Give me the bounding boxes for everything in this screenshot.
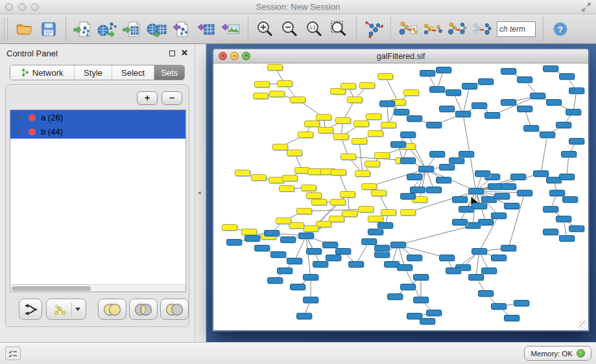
graph-node[interactable] <box>335 248 351 255</box>
set-row-a[interactable]: a (26) <box>10 110 185 124</box>
graph-node[interactable] <box>381 122 396 128</box>
graph-node[interactable] <box>359 82 375 89</box>
graph-node[interactable] <box>455 111 471 117</box>
save-session-button[interactable] <box>36 17 61 41</box>
graph-node[interactable] <box>569 138 584 144</box>
graph-node[interactable] <box>335 117 351 124</box>
graph-node[interactable] <box>277 267 292 274</box>
graph-node[interactable] <box>400 284 416 290</box>
graph-node[interactable] <box>533 170 549 177</box>
graph-node[interactable] <box>322 242 338 248</box>
graph-node[interactable] <box>407 255 422 261</box>
graph-node[interactable] <box>471 102 487 109</box>
tab-select[interactable]: Select <box>112 65 155 80</box>
graph-node[interactable] <box>270 251 286 258</box>
graph-node[interactable] <box>478 290 494 297</box>
graph-node[interactable] <box>468 274 484 280</box>
graph-node[interactable] <box>298 233 314 239</box>
graph-node[interactable] <box>326 255 341 261</box>
intersect-sets-button[interactable] <box>129 299 158 320</box>
network-window-titlebar[interactable]: × − + galFiltered.sif <box>213 49 588 63</box>
graph-node[interactable] <box>374 245 390 251</box>
split-set-button[interactable] <box>19 299 42 320</box>
network-canvas[interactable] <box>213 63 588 330</box>
graph-node[interactable] <box>429 151 445 157</box>
select-nodes-button[interactable] <box>445 17 470 41</box>
memory-status-button[interactable]: Memory: OK <box>524 346 591 361</box>
graph-node[interactable] <box>276 218 291 224</box>
graph-node[interactable] <box>358 206 374 212</box>
tab-style[interactable]: Style <box>75 65 112 80</box>
graph-node[interactable] <box>407 115 422 122</box>
horizontal-scrollbar[interactable] <box>10 284 185 291</box>
graph-node[interactable] <box>340 191 355 198</box>
graph-node[interactable] <box>387 293 403 300</box>
export-table-button[interactable] <box>194 17 219 41</box>
graph-node[interactable] <box>501 245 516 251</box>
graph-node[interactable] <box>340 154 356 160</box>
graph-node[interactable] <box>287 258 302 264</box>
graph-node[interactable] <box>400 193 416 199</box>
graph-node[interactable] <box>410 187 425 193</box>
graph-node[interactable] <box>253 93 268 99</box>
graph-node[interactable] <box>403 89 419 96</box>
graph-node[interactable] <box>407 174 422 180</box>
graph-node[interactable] <box>543 229 558 235</box>
scrollbar-thumb[interactable] <box>12 286 91 291</box>
graph-node[interactable] <box>304 120 320 127</box>
union-sets-button[interactable] <box>98 299 126 320</box>
graph-node[interactable] <box>352 138 367 144</box>
graph-node[interactable] <box>282 175 298 181</box>
graph-node[interactable] <box>226 239 242 245</box>
graph-node[interactable] <box>368 130 383 137</box>
graph-node[interactable] <box>491 303 507 310</box>
resize-grip[interactable] <box>578 321 587 329</box>
graph-node[interactable] <box>377 222 393 229</box>
help-button[interactable]: ? <box>548 17 573 41</box>
graph-node[interactable] <box>280 236 296 243</box>
graph-node[interactable] <box>523 125 539 131</box>
tab-network[interactable]: Network <box>10 65 75 80</box>
graph-node[interactable] <box>566 109 581 115</box>
graph-node[interactable] <box>569 87 584 94</box>
graph-node[interactable] <box>501 68 516 74</box>
graph-node[interactable] <box>381 209 396 216</box>
graph-node[interactable] <box>514 300 529 306</box>
graph-node[interactable] <box>540 131 555 138</box>
apply-layout-button[interactable] <box>361 17 386 41</box>
graph-node[interactable] <box>439 106 455 112</box>
graph-node[interactable] <box>390 242 406 248</box>
graph-node[interactable] <box>318 127 333 133</box>
maximize-network-window-button[interactable]: + <box>242 52 250 60</box>
graph-node[interactable] <box>446 89 461 96</box>
graph-node[interactable] <box>340 83 356 89</box>
graph-node[interactable] <box>303 225 318 232</box>
graph-node[interactable] <box>459 151 474 157</box>
graph-node[interactable] <box>484 112 500 119</box>
graph-node[interactable] <box>313 261 328 267</box>
graph-node[interactable] <box>517 76 532 83</box>
zoom-out-button[interactable] <box>278 17 302 41</box>
graph-node[interactable] <box>374 152 390 159</box>
graph-node[interactable] <box>439 255 455 261</box>
close-panel-icon[interactable]: ✕ <box>181 50 188 56</box>
import-table-file-button[interactable] <box>120 17 145 41</box>
graph-node[interactable] <box>251 174 267 181</box>
graph-node[interactable] <box>290 97 305 103</box>
graph-node[interactable] <box>569 225 584 232</box>
graph-node[interactable] <box>303 274 318 280</box>
graph-node[interactable] <box>374 251 390 258</box>
import-network-file-button[interactable] <box>71 17 95 41</box>
graph-node[interactable] <box>491 212 507 219</box>
graph-node[interactable] <box>510 174 526 180</box>
graph-node[interactable] <box>420 70 435 76</box>
graph-node[interactable] <box>311 199 327 205</box>
graph-node[interactable] <box>481 267 497 274</box>
graph-node[interactable] <box>556 122 571 128</box>
graph-node[interactable] <box>330 199 346 205</box>
graph-node[interactable] <box>400 131 416 138</box>
zoom-in-button[interactable] <box>253 17 278 41</box>
graph-node[interactable] <box>413 274 429 280</box>
graph-node[interactable] <box>543 206 558 212</box>
graph-node[interactable] <box>478 78 494 85</box>
